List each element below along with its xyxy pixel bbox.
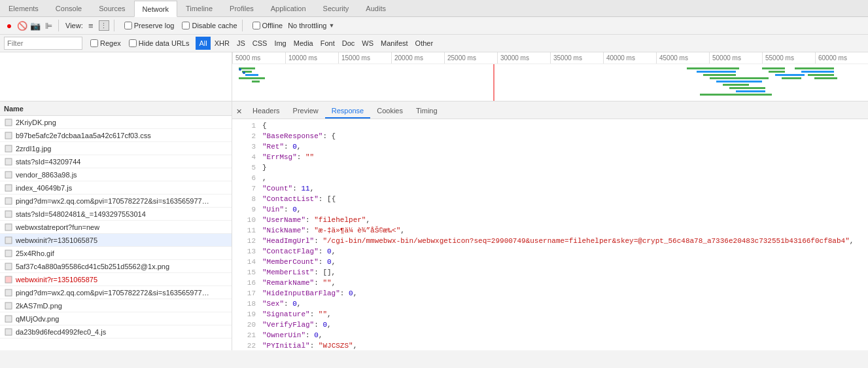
json-line: 21"OwnerUin": 0, bbox=[232, 330, 868, 340]
tab-timeline[interactable]: Timeline bbox=[177, 0, 221, 16]
type-btn-manifest[interactable]: Manifest bbox=[377, 37, 411, 50]
type-btn-js[interactable]: JS bbox=[234, 37, 249, 50]
svg-rect-36 bbox=[5, 263, 12, 270]
separator-3 bbox=[242, 20, 243, 31]
file-item[interactable]: b97be5afc2e7dcbaa1aa5a42c617cf03.css bbox=[0, 129, 232, 142]
file-type-icon bbox=[4, 131, 13, 140]
type-btn-img[interactable]: Img bbox=[271, 37, 289, 50]
tab-elements[interactable]: Elements bbox=[0, 0, 47, 16]
type-btn-other[interactable]: Other bbox=[412, 37, 437, 50]
json-token: : bbox=[292, 185, 301, 193]
tab-security[interactable]: Security bbox=[315, 0, 358, 16]
json-token: : bbox=[297, 153, 305, 161]
hide-data-urls-checkbox[interactable] bbox=[129, 39, 137, 47]
file-item[interactable]: pingd?dm=wx2.qq.com&pvi=1705782272&si=s1… bbox=[0, 194, 232, 208]
json-line: 8"ContactList": [{ bbox=[232, 194, 868, 204]
json-line: 18"Sex": 0, bbox=[232, 299, 868, 309]
detail-tab-response[interactable]: Response bbox=[325, 104, 371, 119]
type-btn-doc[interactable]: Doc bbox=[339, 37, 358, 50]
type-btn-media[interactable]: Media bbox=[290, 37, 317, 50]
file-item[interactable]: index_40649b7.js bbox=[0, 181, 232, 194]
preserve-log-label[interactable]: Preserve log bbox=[134, 22, 175, 29]
regex-label[interactable]: Regex bbox=[100, 39, 121, 47]
throttle-dropdown-arrow[interactable]: ▼ bbox=[328, 22, 334, 29]
line-content: "OwnerUin": 0, bbox=[262, 330, 322, 340]
file-item[interactable]: 2zrdI1g.jpg bbox=[0, 142, 232, 155]
json-line: 2"BaseResponse": { bbox=[232, 131, 868, 141]
tab-profiles[interactable]: Profiles bbox=[221, 0, 262, 16]
file-name: webwxinit?r=1351065875 bbox=[16, 276, 97, 284]
type-btn-xhr[interactable]: XHR bbox=[211, 37, 233, 50]
file-item[interactable]: stats?sId=43209744 bbox=[0, 155, 232, 168]
svg-rect-25 bbox=[5, 119, 12, 126]
json-token: 0 bbox=[314, 331, 319, 339]
svg-rect-21 bbox=[808, 74, 834, 76]
tab-network[interactable]: Network bbox=[134, 1, 177, 17]
tab-application[interactable]: Application bbox=[262, 0, 315, 16]
record-button[interactable]: ● bbox=[4, 20, 14, 31]
tab-audits[interactable]: Audits bbox=[357, 0, 394, 16]
file-item[interactable]: 2KriyDK.png bbox=[0, 116, 232, 129]
screenshot-button[interactable]: 📷 bbox=[30, 20, 41, 31]
throttle-value: No throttling bbox=[288, 22, 326, 29]
detail-tab-headers[interactable]: Headers bbox=[246, 104, 286, 119]
svg-rect-26 bbox=[5, 132, 12, 139]
json-token: : bbox=[284, 206, 292, 213]
hide-data-urls-label[interactable]: Hide data URLs bbox=[139, 39, 190, 47]
detail-tab-preview[interactable]: Preview bbox=[286, 104, 325, 119]
line-content: "HeadImgUrl": "/cgi-bin/mmwebwx-bin/webw… bbox=[262, 236, 854, 246]
svg-rect-29 bbox=[5, 172, 12, 178]
line-content: "ContactFlag": 0, bbox=[262, 246, 336, 257]
file-item[interactable]: webwxinit?r=1351065875 bbox=[0, 273, 232, 286]
file-item[interactable]: vendor_8863a98.js bbox=[0, 168, 232, 181]
file-item[interactable]: qMUjOdv.png bbox=[0, 312, 232, 325]
file-item[interactable]: 5af37c4a880a95586cd41c5b251d5562@1x.png bbox=[0, 260, 232, 273]
disable-cache-checkbox[interactable] bbox=[182, 22, 190, 29]
offline-label[interactable]: Offline bbox=[262, 22, 283, 29]
detail-tab-timing[interactable]: Timing bbox=[409, 104, 444, 119]
file-name: webwxstatreport?fun=new bbox=[16, 223, 99, 231]
filter-button[interactable]: ⊫ bbox=[43, 20, 54, 31]
tick-40000: 40000 ms bbox=[603, 52, 656, 64]
file-item[interactable]: 25x4Rho.gif bbox=[0, 247, 232, 260]
close-detail-button[interactable]: ✕ bbox=[232, 105, 246, 119]
detail-tab-cookies[interactable]: Cookies bbox=[370, 104, 409, 119]
tab-console[interactable]: Console bbox=[47, 0, 90, 16]
json-line: 10"UserName": "filehelper", bbox=[232, 215, 868, 225]
type-btn-font[interactable]: Font bbox=[317, 37, 338, 50]
file-name: qMUjOdv.png bbox=[16, 315, 59, 323]
tab-sources[interactable]: Sources bbox=[90, 0, 133, 16]
regex-checkbox[interactable] bbox=[90, 39, 98, 47]
file-name: stats?sId=54802481&_=1493297553014 bbox=[16, 210, 146, 218]
line-number: 13 bbox=[237, 246, 256, 257]
file-item[interactable]: da23b9d6fecd4992fec0_4.js bbox=[0, 325, 232, 339]
svg-rect-41 bbox=[5, 329, 12, 335]
json-token: "Ret" bbox=[262, 143, 284, 151]
line-number: 15 bbox=[237, 267, 256, 278]
type-btn-all[interactable]: All bbox=[196, 37, 210, 50]
disable-cache-label[interactable]: Disable cache bbox=[192, 22, 237, 29]
json-response-content[interactable]: 1{2"BaseResponse": {3"Ret": 0,4"ErrMsg":… bbox=[232, 119, 868, 350]
tree-view-icon[interactable]: ⋮ bbox=[99, 20, 109, 31]
file-item[interactable]: 2kAS7mD.png bbox=[0, 299, 232, 312]
file-item[interactable]: webwxstatreport?fun=new bbox=[0, 221, 232, 234]
type-btn-ws[interactable]: WS bbox=[358, 37, 377, 50]
json-token: : bbox=[319, 258, 327, 266]
json-token: "ContactFlag" bbox=[262, 248, 319, 255]
offline-checkbox[interactable] bbox=[252, 22, 260, 29]
detail-tabs: ✕ Headers Preview Response Cookies Timin… bbox=[232, 101, 868, 119]
file-item[interactable]: stats?sId=54802481&_=1493297553014 bbox=[0, 208, 232, 221]
preserve-log-checkbox[interactable] bbox=[124, 22, 132, 29]
clear-button[interactable]: 🚫 bbox=[17, 20, 27, 31]
json-token: , bbox=[319, 331, 323, 339]
file-item[interactable]: pingd?dm=wx2.qq.com&pvi=1705782272&si=s1… bbox=[0, 286, 232, 299]
filter-input[interactable] bbox=[4, 37, 82, 50]
list-view-icon[interactable]: ≡ bbox=[86, 20, 96, 31]
json-line: 13"ContactFlag": 0, bbox=[232, 246, 868, 257]
file-name: b97be5afc2e7dcbaa1aa5a42c617cf03.css bbox=[16, 132, 151, 139]
svg-rect-38 bbox=[5, 289, 12, 296]
type-btn-css[interactable]: CSS bbox=[249, 37, 271, 50]
file-item[interactable]: webwxinit?r=1351065875 bbox=[0, 234, 232, 247]
json-line: 3"Ret": 0, bbox=[232, 141, 868, 152]
line-number: 2 bbox=[237, 131, 256, 141]
